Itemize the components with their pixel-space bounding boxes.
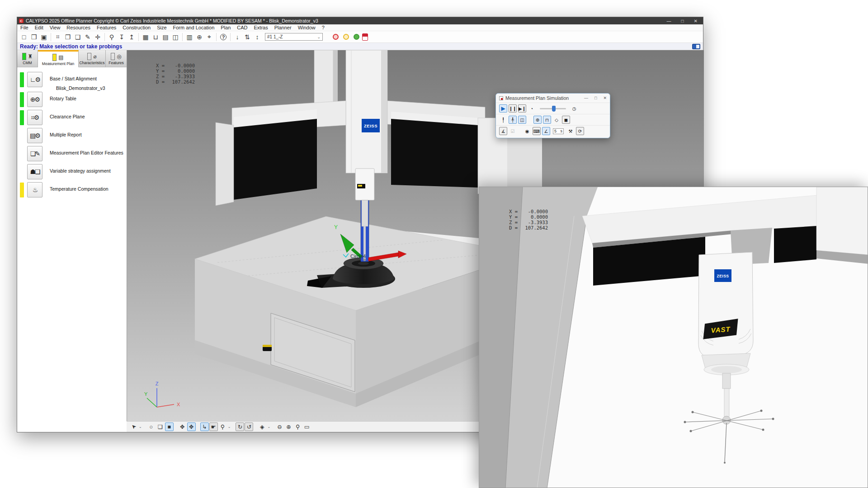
menu-planner[interactable]: Planner xyxy=(271,25,295,30)
menu-construction[interactable]: Construction xyxy=(119,25,154,30)
sidebar-item-label[interactable]: Clearance Plane xyxy=(50,114,85,119)
probe-changer-icon[interactable] xyxy=(362,33,368,41)
detail-view-window[interactable]: ZEISS VAST X =-0.0000 Y =0.0000 Z =-3.39… xyxy=(479,187,868,488)
menu-form-and-location[interactable]: Form and Location xyxy=(170,25,218,30)
workpiece-icon[interactable]: ⊓ xyxy=(543,116,551,124)
slider-thumb[interactable] xyxy=(552,106,556,112)
chevron-down-icon[interactable]: ⌄ xyxy=(228,425,231,429)
probe-qualify-icon[interactable]: ↧ xyxy=(117,32,127,42)
clearance-plane-icon[interactable]: ⌗⚙ xyxy=(27,110,42,125)
sidebar-item-label[interactable]: Variable strategy assignment xyxy=(50,168,111,174)
rotate-cw-icon[interactable]: ↻ xyxy=(236,422,244,431)
rotary-table-icon[interactable]: ⊕⚙ xyxy=(27,92,42,107)
zoom-tool-icon[interactable]: ⚲ xyxy=(107,32,117,42)
collision-check-icon[interactable]: ∡ xyxy=(499,127,507,135)
rotate-path-icon[interactable]: ↳ xyxy=(200,422,209,431)
rotary-table-icon[interactable]: ⊕ xyxy=(533,116,542,124)
open-folder-icon[interactable]: ❒ xyxy=(29,32,39,42)
zoom-window-icon[interactable]: ⚲ xyxy=(293,422,302,431)
menu-file[interactable]: File xyxy=(17,25,32,30)
sidebar-item-plan-editor-features[interactable]: ❏✎ Measurement Plan Editor Features xyxy=(17,145,127,163)
print-icon[interactable]: ▦ xyxy=(141,32,151,42)
tab-features[interactable]: ◎ Features xyxy=(106,50,127,67)
dialog-minimize-button[interactable]: — xyxy=(584,96,588,100)
chevron-down-icon[interactable]: ⌄ xyxy=(267,425,270,429)
zoom-fit-icon[interactable]: ▭ xyxy=(302,422,311,431)
path-angle-icon[interactable]: ∠ xyxy=(542,127,550,135)
menu-resources[interactable]: Resources xyxy=(63,25,94,30)
menu-plan[interactable]: Plan xyxy=(217,25,234,30)
menu-window[interactable]: Window xyxy=(295,25,319,30)
machine-column-icon[interactable]: ◫ xyxy=(518,116,526,124)
probe-manage-icon[interactable]: ↥ xyxy=(127,32,137,42)
new-document-icon[interactable]: □ xyxy=(19,32,29,42)
sidebar-item-rotary-table[interactable]: ⊕⚙ Rotary Table xyxy=(17,91,127,109)
move-tool-icon[interactable]: ✛ xyxy=(93,32,103,42)
stylus-icon[interactable]: ╿ xyxy=(499,116,507,124)
rotate-ccw-icon[interactable]: ↺ xyxy=(245,422,253,431)
zoom-out-icon[interactable]: ⊖ xyxy=(275,422,284,431)
sidebar-item-label[interactable]: Rotary Table xyxy=(50,96,76,101)
sidebar-item-variable-strategy[interactable]: ☗❏ Variable strategy assignment xyxy=(17,163,127,181)
simulation-dialog[interactable]: Measurement Plan Simulation — □ ✕ ▶ ❙❙ ▶… xyxy=(495,93,610,138)
menu-size[interactable]: Size xyxy=(154,25,170,30)
layout-toggle-icon[interactable] xyxy=(692,44,700,49)
sidebar-subitem-label[interactable]: Blisk_Demonstrator_v3 xyxy=(56,85,105,91)
watch-probe-icon[interactable]: ◉ xyxy=(523,127,531,135)
solid-view-icon[interactable]: ■ xyxy=(165,422,174,431)
control-panel-icon[interactable]: ⌨ xyxy=(533,127,541,135)
menu-view[interactable]: View xyxy=(47,25,64,30)
temperature-compensation-icon[interactable]: ♨ xyxy=(27,182,42,197)
view-cube-icon[interactable]: ◈ xyxy=(258,422,266,431)
multiple-report-icon[interactable]: ▤⚙ xyxy=(27,128,42,143)
step-forward-button[interactable]: ▶❙ xyxy=(518,104,526,113)
play-button[interactable]: ▶ xyxy=(499,104,507,113)
tile-windows-icon[interactable]: ◫ xyxy=(170,32,180,42)
solid-view-icon[interactable]: ◼ xyxy=(562,116,570,124)
menu-help[interactable]: ? xyxy=(319,25,328,30)
plan-editor-features-icon[interactable]: ❏✎ xyxy=(27,146,42,161)
stylus-system-icon[interactable]: ╀ xyxy=(509,116,517,124)
variable-strategy-icon[interactable]: ☗❏ xyxy=(27,164,42,179)
orbit-constrained-icon[interactable]: ✥ xyxy=(187,422,196,431)
feature-select-icon[interactable]: ❏ xyxy=(156,422,165,431)
probe-angle-icon[interactable]: ↕ xyxy=(252,32,262,42)
probe-3d-scene[interactable]: ZEISS VAST xyxy=(479,187,868,488)
simulation-dialog-titlebar[interactable]: Measurement Plan Simulation — □ ✕ xyxy=(496,94,610,103)
help-icon[interactable]: ? xyxy=(220,34,226,40)
selection-marquee-icon[interactable]: ⌗ xyxy=(53,32,63,42)
menu-cad[interactable]: CAD xyxy=(234,25,250,30)
delay-field[interactable]: 5 s xyxy=(553,128,564,134)
zoom-in-icon[interactable]: ⊕ xyxy=(284,422,293,431)
tab-characteristics[interactable]: ⌀ Characteristics xyxy=(79,50,106,67)
sidebar-item-clearance-plane[interactable]: ⌗⚙ Clearance Plane xyxy=(17,109,127,127)
delete-icon[interactable]: ⊔ xyxy=(151,32,160,42)
sidebar-item-label[interactable]: Multiple Report xyxy=(50,132,82,137)
dialog-close-button[interactable]: ✕ xyxy=(603,96,607,100)
group-icon[interactable]: ❏ xyxy=(73,32,83,42)
format-brush-icon[interactable]: ✎ xyxy=(83,32,93,42)
probe-temp-down-icon[interactable]: ↓ xyxy=(232,32,242,42)
menu-features[interactable]: Features xyxy=(94,25,119,30)
sidebar-item-label[interactable]: Temperature Compensation xyxy=(50,186,108,192)
tab-cmm[interactable]: ♜ CMM xyxy=(17,50,38,67)
dialog-maximize-button[interactable]: □ xyxy=(594,96,597,100)
maximize-button[interactable]: □ xyxy=(681,19,684,23)
wireframe-view-icon[interactable]: ◇ xyxy=(552,116,561,124)
chevron-down-icon[interactable]: ⌄ xyxy=(139,425,142,429)
rotation-mode-icon[interactable]: ⟳ xyxy=(576,127,584,135)
sidebar-item-multiple-report[interactable]: ▤⚙ Multiple Report xyxy=(17,127,127,145)
probe-selector[interactable]: #1 1_-Z ⌄ xyxy=(265,33,323,41)
report-columns-icon[interactable]: ▤ xyxy=(160,32,170,42)
pause-button[interactable]: ❙❙ xyxy=(509,104,517,113)
sidebar-item-base-alignment[interactable]: ∟⚙ Base / Start Alignment Blisk_Demonstr… xyxy=(17,71,127,91)
probe-temp-updown-icon[interactable]: ⇅ xyxy=(242,32,252,42)
copy-icon[interactable]: ❐ xyxy=(63,32,73,42)
tab-measurement-plan[interactable]: ▤ Measurement Plan xyxy=(38,50,79,67)
minimize-button[interactable]: — xyxy=(667,19,671,23)
cad-origin-icon[interactable]: ⊕ xyxy=(194,32,204,42)
cad-search-icon[interactable]: ⌖ xyxy=(204,32,214,42)
settings-wrench-icon[interactable]: ⚒ xyxy=(566,127,575,135)
title-bar[interactable]: C CALYPSO 2025 Offline Planner Copyright… xyxy=(17,17,703,24)
menu-extras[interactable]: Extras xyxy=(251,25,271,30)
